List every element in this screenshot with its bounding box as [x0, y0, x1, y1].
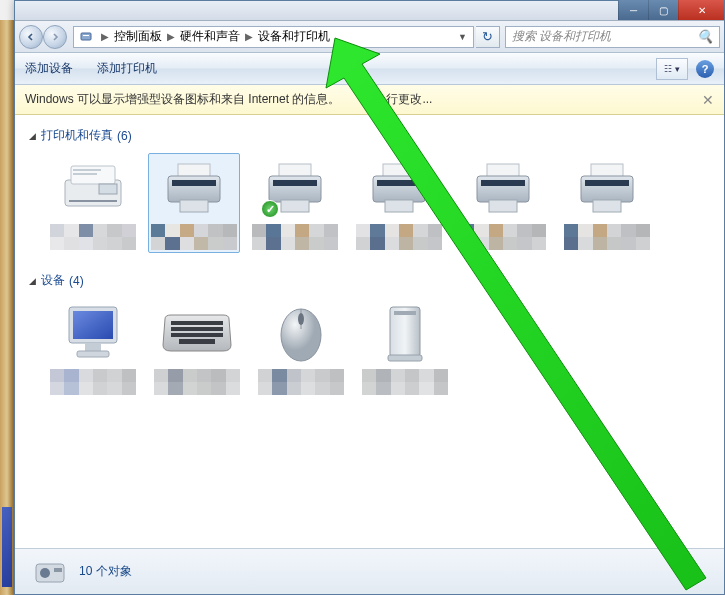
device-item[interactable]: [151, 301, 243, 395]
svg-rect-26: [585, 180, 629, 186]
infobar-close-button[interactable]: ✕: [702, 92, 714, 108]
item-label: [258, 369, 344, 395]
background-strip: [0, 20, 14, 595]
svg-rect-14: [273, 180, 317, 186]
toolbar: 添加设备 添加打印机 ☷ ▾ ?: [15, 53, 724, 85]
explorer-window: ─ ▢ ✕ ▶ 控制面板 ▶ 硬件和声音 ▶ 设备和打印机 ▼ ↻ 搜索 设备和…: [14, 0, 725, 595]
svg-rect-22: [481, 180, 525, 186]
group-devices-header[interactable]: ◢ 设备 (4): [29, 268, 710, 293]
keyboard-icon: [161, 301, 233, 365]
device-item[interactable]: [148, 153, 240, 253]
device-item[interactable]: [47, 156, 139, 250]
svg-rect-32: [171, 321, 223, 325]
crumb-hardware-sound[interactable]: 硬件和声音: [178, 28, 242, 45]
search-placeholder: 搜索 设备和打印机: [512, 28, 611, 45]
svg-rect-17: [373, 176, 425, 202]
collapse-icon: ◢: [29, 131, 36, 141]
device-item[interactable]: ✓: [249, 156, 341, 250]
item-label: [564, 224, 650, 250]
svg-rect-13: [269, 176, 321, 202]
chevron-right-icon: ▶: [242, 31, 256, 42]
location-icon: [78, 29, 94, 45]
device-item[interactable]: [457, 156, 549, 250]
item-label: [460, 224, 546, 250]
device-item[interactable]: [47, 301, 139, 395]
info-text-b: 行更改...: [386, 91, 432, 108]
collapse-icon: ◢: [29, 276, 36, 286]
svg-rect-4: [73, 169, 101, 171]
item-label: [154, 369, 240, 395]
svg-rect-18: [377, 180, 421, 186]
minimize-button[interactable]: ─: [618, 0, 648, 20]
status-count-text: 10 个对象: [79, 563, 132, 580]
maximize-button[interactable]: ▢: [648, 0, 678, 20]
svg-rect-41: [388, 355, 422, 361]
search-icon: 🔍: [697, 29, 713, 44]
help-button[interactable]: ?: [696, 60, 714, 78]
crumb-control-panel[interactable]: 控制面板: [112, 28, 164, 45]
svg-rect-30: [85, 343, 101, 351]
svg-rect-5: [73, 173, 97, 175]
svg-point-38: [298, 313, 304, 325]
crumb-devices-printers[interactable]: 设备和打印机: [256, 28, 332, 45]
back-button[interactable]: [19, 25, 43, 49]
item-label: [151, 224, 237, 250]
search-input[interactable]: 搜索 设备和打印机 🔍: [505, 26, 720, 48]
chevron-right-icon: ▶: [98, 31, 112, 42]
devices-row: [29, 293, 710, 413]
svg-rect-44: [54, 568, 62, 572]
item-label: [50, 369, 136, 395]
svg-rect-0: [81, 33, 91, 40]
svg-rect-25: [581, 176, 633, 202]
svg-rect-40: [394, 311, 416, 315]
device-item[interactable]: [359, 301, 451, 395]
svg-rect-23: [489, 200, 517, 212]
window-controls: ─ ▢ ✕: [618, 0, 724, 20]
group-printers-count: (6): [117, 129, 132, 143]
group-devices-count: (4): [69, 274, 84, 288]
item-label: [362, 369, 448, 395]
address-dropdown-icon[interactable]: ▼: [456, 32, 469, 42]
item-label: [252, 224, 338, 250]
svg-rect-9: [168, 176, 220, 202]
device-item[interactable]: [561, 156, 653, 250]
breadcrumb-bar[interactable]: ▶ 控制面板 ▶ 硬件和声音 ▶ 设备和打印机 ▼: [73, 26, 474, 48]
nav-buttons: [19, 25, 67, 49]
svg-rect-10: [172, 180, 216, 186]
default-check-icon: ✓: [261, 200, 279, 218]
svg-rect-29: [73, 311, 113, 339]
item-label: [356, 224, 442, 250]
printer-icon: [158, 156, 230, 220]
printers-row: ✓: [29, 148, 710, 268]
svg-point-43: [40, 568, 50, 578]
group-printers-header[interactable]: ◢ 打印机和传真 (6): [29, 123, 710, 148]
refresh-button[interactable]: ↻: [476, 26, 500, 48]
close-button[interactable]: ✕: [678, 0, 724, 20]
group-devices-label: 设备: [41, 272, 65, 289]
svg-rect-35: [179, 339, 215, 344]
printer-icon: [467, 156, 539, 220]
svg-rect-27: [593, 200, 621, 212]
monitor-icon: [57, 301, 129, 365]
printer-icon: [571, 156, 643, 220]
content-area: ◢ 打印机和传真 (6) ✓: [15, 115, 724, 560]
svg-rect-21: [477, 176, 529, 202]
address-bar-row: ▶ 控制面板 ▶ 硬件和声音 ▶ 设备和打印机 ▼ ↻ 搜索 设备和打印机 🔍: [15, 21, 724, 53]
svg-rect-6: [99, 184, 117, 194]
status-device-icon: [31, 554, 69, 590]
mouse-icon: [265, 301, 337, 365]
group-printers-label: 打印机和传真: [41, 127, 113, 144]
view-options-button[interactable]: ☷ ▾: [656, 58, 688, 80]
svg-rect-15: [281, 200, 309, 212]
fax-icon: [57, 156, 129, 220]
device-item[interactable]: [255, 301, 347, 395]
add-device-button[interactable]: 添加设备: [25, 60, 73, 77]
forward-button[interactable]: [43, 25, 67, 49]
svg-rect-31: [77, 351, 109, 357]
device-item[interactable]: [353, 156, 445, 250]
printer-icon: [363, 156, 435, 220]
svg-rect-1: [83, 35, 89, 36]
titlebar[interactable]: ─ ▢ ✕: [15, 1, 724, 21]
svg-rect-7: [69, 200, 117, 202]
add-printer-button[interactable]: 添加打印机: [97, 60, 157, 77]
